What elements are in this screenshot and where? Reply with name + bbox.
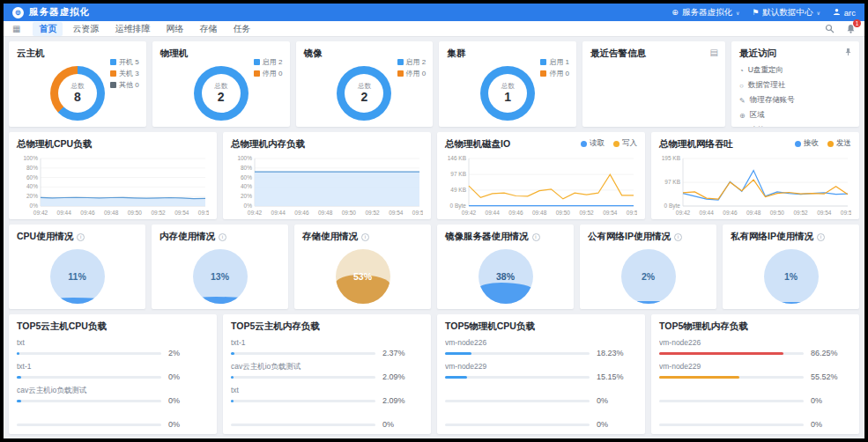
info-icon[interactable]: i xyxy=(361,233,369,241)
chart-legend-item[interactable]: 发送 xyxy=(827,138,851,149)
legend-label: 启用 2 xyxy=(263,57,283,67)
recent-list: ◔U盘重定向○数据管理社✎物理存储账号⊕区域▣山峰◎云时钟策略管理 xyxy=(739,65,851,127)
overview-row: 云主机开机 5关机 3其他 0总数8物理机启用 2停用 0总数2镜像启用 2停用… xyxy=(9,41,859,127)
donut-legend: 启用 2停用 0 xyxy=(254,57,283,78)
apps-grid-icon[interactable]: ▦ xyxy=(12,24,20,33)
user-menu[interactable]: arc xyxy=(833,8,856,18)
top5-list: vm-node22618.23%vm-node22915.15%0%0%0% xyxy=(445,338,637,434)
svg-text:09:50: 09:50 xyxy=(556,210,571,216)
svg-text:09:56: 09:56 xyxy=(841,210,851,216)
gauge-value: 13% xyxy=(193,249,248,304)
app-logo: ⊚ xyxy=(12,7,24,18)
legend-label: 停用 0 xyxy=(549,69,569,78)
info-icon[interactable]: i xyxy=(77,233,85,241)
clock-icon: ◔ xyxy=(739,67,744,75)
pin-icon[interactable] xyxy=(844,48,852,58)
search-icon[interactable] xyxy=(824,24,835,34)
gauge-card-2: 存储使用情况i53% xyxy=(294,225,431,309)
chart-legend-item[interactable]: 写入 xyxy=(613,138,637,149)
svg-text:09:56: 09:56 xyxy=(627,210,637,216)
info-icon[interactable]: i xyxy=(817,233,825,241)
progress-track xyxy=(231,424,375,426)
svg-text:09:46: 09:46 xyxy=(508,210,523,216)
progress-track xyxy=(17,376,161,379)
chart-card-2: 总物理机磁盘IO读取写入0 Byte49 KB97 KB146 KB09:420… xyxy=(437,132,645,219)
notification-badge: 1 xyxy=(853,19,861,27)
menu-item-5[interactable]: 任务 xyxy=(226,22,256,36)
recent-item-label: 物理存储账号 xyxy=(750,95,795,106)
overview-card-1: 物理机启用 2停用 0总数2 xyxy=(152,41,290,127)
top5-item-0: vm-node22618.23% xyxy=(445,338,637,357)
legend-item: 启用 2 xyxy=(397,57,427,67)
top5-item-value: 2.09% xyxy=(382,396,423,405)
legend-item: 关机 3 xyxy=(110,69,139,78)
info-icon[interactable]: i xyxy=(532,233,540,241)
menu-item-0[interactable]: 首页 xyxy=(33,22,63,36)
line-chart: 0 Byte49 KB97 KB146 KB09:4209:4409:4609:… xyxy=(445,153,637,217)
legend-dot xyxy=(254,70,260,77)
top5-item-value: 0% xyxy=(168,372,209,381)
legend-label: 接收 xyxy=(804,138,819,149)
legend-label: 停用 0 xyxy=(263,69,283,78)
svg-text:0 Byte: 0 Byte xyxy=(664,203,681,210)
progress-track xyxy=(445,352,590,355)
top5-item-name xyxy=(17,433,209,434)
recent-item-1[interactable]: ○数据管理社 xyxy=(739,80,851,91)
product-switcher[interactable]: ⊕ 服务器虚拟化 ∨ xyxy=(671,7,739,18)
legend-dot xyxy=(397,59,404,65)
top5-item-name xyxy=(17,409,209,418)
liquid-gauge: 2% xyxy=(621,249,676,304)
donut-total-value: 2 xyxy=(218,91,225,104)
top5-item-name xyxy=(445,433,637,434)
liquid-gauge: 11% xyxy=(50,249,105,304)
menu-items: 首页云资源运维排障网络存储任务 xyxy=(33,22,256,36)
top5-item-name xyxy=(659,433,851,434)
chart-legend-item[interactable]: 接收 xyxy=(795,138,819,149)
top5-item-line: 86.25% xyxy=(659,349,851,357)
gauge-card-3: 镜像服务器使用情况i38% xyxy=(437,225,574,309)
progress-bar xyxy=(17,376,21,379)
progress-bar xyxy=(231,376,234,379)
progress-bar xyxy=(445,376,467,379)
user-label: arc xyxy=(844,8,856,18)
recent-item-label: U盘重定向 xyxy=(748,65,783,76)
svg-text:09:42: 09:42 xyxy=(676,210,691,216)
recent-item-3[interactable]: ⊕区域 xyxy=(739,110,851,121)
recent-item-2[interactable]: ✎物理存储账号 xyxy=(739,95,851,106)
info-icon[interactable]: i xyxy=(219,233,226,241)
topbar: ⊚ 服务器虚拟化 ⊕ 服务器虚拟化 ∨ ⚑ 默认数据中心 ∨ arc xyxy=(4,4,864,21)
top5-item-4: 0% xyxy=(659,433,851,434)
card-title: 存储使用情况i xyxy=(302,231,423,243)
top5-item-name: txt-1 xyxy=(231,338,423,347)
svg-text:09:46: 09:46 xyxy=(723,210,738,216)
svg-text:09:46: 09:46 xyxy=(294,210,309,216)
chart-legend-item[interactable]: 读取 xyxy=(581,138,605,149)
top5-item-4: 0% xyxy=(17,433,209,434)
datacenter-switcher[interactable]: ⚑ 默认数据中心 ∨ xyxy=(752,7,820,18)
recent-visits-card: 最近访问 ◔U盘重定向○数据管理社✎物理存储账号⊕区域▣山峰◎云时钟策略管理 xyxy=(731,41,859,127)
menu-item-1[interactable]: 云资源 xyxy=(66,22,105,36)
menu-item-3[interactable]: 网络 xyxy=(160,22,189,36)
app-window: ⊚ 服务器虚拟化 ⊕ 服务器虚拟化 ∨ ⚑ 默认数据中心 ∨ arc ▦ 首页云… xyxy=(4,4,864,438)
top5-list: txt-12.37%cav云主机io负载测试2.09%txt2.09%0%0% xyxy=(231,338,423,434)
card-title: CPU使用情况i xyxy=(17,231,137,243)
menu-item-4[interactable]: 存储 xyxy=(193,22,223,36)
bell-icon[interactable]: 1 xyxy=(845,24,856,34)
dashboard-content: 云主机开机 5关机 3其他 0总数8物理机启用 2停用 0总数2镜像启用 2停用… xyxy=(4,37,864,438)
recent-item-4[interactable]: ▣山峰 xyxy=(739,125,851,127)
top5-item-line: 0% xyxy=(17,372,209,381)
svg-text:0 Byte: 0 Byte xyxy=(450,203,467,210)
list-icon[interactable]: ▤ xyxy=(709,48,717,57)
top5-item-3: 0% xyxy=(659,409,851,429)
legend-dot xyxy=(613,141,619,147)
menu-item-2[interactable]: 运维排障 xyxy=(108,22,156,36)
info-icon[interactable]: i xyxy=(674,233,682,241)
top5-item-line: 2.37% xyxy=(231,349,423,357)
card-title: 总物理机内存负载 xyxy=(231,138,423,151)
recent-item-label: 数据管理社 xyxy=(748,80,786,91)
top5-item-2: 0% xyxy=(445,386,637,405)
svg-text:09:50: 09:50 xyxy=(770,210,785,216)
recent-item-0[interactable]: ◔U盘重定向 xyxy=(739,65,851,76)
top5-item-1: vm-node22955.52% xyxy=(659,362,851,381)
chart-card-3: 总物理机网络吞吐接收发送0 Byte97 KB195 KB09:4209:440… xyxy=(651,132,859,219)
